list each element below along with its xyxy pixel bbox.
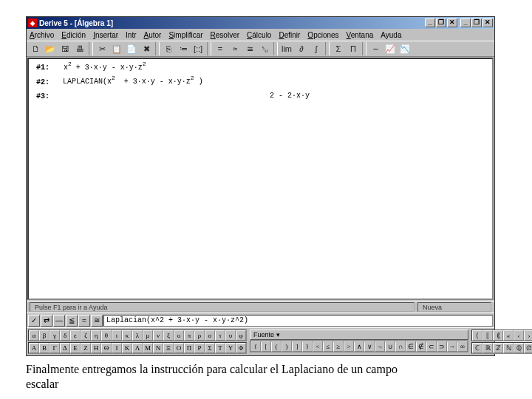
symbol-button[interactable]: ∧: [354, 341, 364, 352]
toolbar-button[interactable]: 📉: [398, 42, 412, 55]
symbol-button[interactable]: Β: [39, 343, 50, 353]
symbol-button[interactable]: <: [313, 341, 323, 352]
symbol-button[interactable]: γ: [50, 330, 60, 341]
symbol-button[interactable]: Ο: [174, 343, 184, 353]
expression-3[interactable]: #3: 2 - 2·x·y: [36, 92, 485, 100]
input-mode-button[interactable]: ✓: [28, 315, 40, 327]
toolbar-button[interactable]: ∼: [368, 42, 383, 55]
toolbar-button[interactable]: lim: [279, 42, 294, 55]
expression-2[interactable]: #2: LAPLACIAN(x2 + 3·x·y - x·y·z2 ): [36, 78, 485, 86]
symbol-button[interactable]: Θ: [101, 343, 112, 353]
doc-minimize-button[interactable]: _: [425, 18, 435, 27]
symbol-button[interactable]: ›: [524, 330, 532, 341]
symbol-button[interactable]: Ξ: [163, 343, 174, 353]
symbol-button[interactable]: ): [282, 341, 292, 352]
menu-item[interactable]: Ayuda: [381, 31, 401, 39]
symbol-button[interactable]: θ: [101, 330, 112, 341]
toolbar-button[interactable]: 📂: [43, 42, 58, 55]
symbol-button[interactable]: ¬: [375, 341, 385, 352]
menu-item[interactable]: Cálculo: [247, 31, 271, 39]
symbol-button[interactable]: Ρ: [194, 343, 205, 353]
symbol-button[interactable]: τ: [215, 330, 225, 341]
symbol-button[interactable]: Φ: [236, 343, 246, 353]
symbol-button[interactable]: κ: [122, 330, 132, 341]
symbol-button[interactable]: υ: [225, 330, 236, 341]
symbol-button[interactable]: Π: [184, 343, 194, 353]
toolbar-button[interactable]: ∂: [294, 42, 309, 55]
toolbar-button[interactable]: 🖶: [72, 42, 87, 55]
symbol-button[interactable]: α: [29, 330, 39, 341]
symbol-button[interactable]: ∉: [416, 341, 426, 352]
symbol-button[interactable]: ℕ: [503, 343, 514, 353]
toolbar-button[interactable]: ˢᵤ: [257, 42, 272, 55]
toolbar-button[interactable]: ✂: [95, 42, 109, 55]
symbol-button[interactable]: →: [447, 341, 457, 352]
menu-item[interactable]: Archivo: [30, 31, 54, 39]
menu-item[interactable]: Ventana: [347, 31, 374, 39]
symbol-button[interactable]: ⟪: [493, 330, 503, 341]
toolbar-button[interactable]: 🗋: [28, 42, 43, 55]
input-mode-button[interactable]: ≦: [66, 315, 78, 327]
doc-close-button[interactable]: ✕: [447, 18, 457, 27]
toolbar-button[interactable]: 📄: [124, 42, 139, 55]
toolbar-button[interactable]: 🖫: [58, 42, 72, 55]
symbol-button[interactable]: Ζ: [81, 343, 91, 353]
input-mode-button[interactable]: —: [53, 315, 65, 327]
symbol-button[interactable]: Η: [91, 343, 101, 353]
symbol-button[interactable]: Σ: [205, 343, 215, 353]
symbol-button[interactable]: }: [302, 341, 313, 352]
menu-item[interactable]: Simplificar: [168, 31, 202, 39]
symbol-button[interactable]: ∪: [385, 341, 395, 352]
symbol-button[interactable]: [: [261, 341, 271, 352]
symbol-button[interactable]: Δ: [60, 343, 70, 353]
symbol-button[interactable]: ℤ: [493, 343, 503, 353]
symbol-button[interactable]: λ: [132, 330, 143, 341]
symbol-button[interactable]: Ε: [70, 343, 81, 353]
toolbar-button[interactable]: [::]: [191, 42, 205, 55]
app-close-button[interactable]: ✕: [482, 18, 493, 27]
toolbar-button[interactable]: Σ: [331, 42, 346, 55]
menu-item[interactable]: Autor: [144, 31, 162, 39]
symbol-button[interactable]: Μ: [143, 343, 153, 353]
toolbar-button[interactable]: ✖: [139, 42, 154, 55]
symbol-button[interactable]: ℝ: [482, 343, 493, 353]
menu-item[interactable]: Resolver: [211, 31, 239, 39]
menu-item[interactable]: Edición: [61, 31, 86, 39]
toolbar-button[interactable]: 📈: [383, 42, 398, 55]
symbol-button[interactable]: ⟨: [472, 330, 482, 341]
toolbar-button[interactable]: ≅: [242, 42, 257, 55]
symbol-button[interactable]: π: [184, 330, 194, 341]
symbol-button[interactable]: Τ: [215, 343, 225, 353]
symbol-button[interactable]: ℂ: [472, 343, 482, 353]
input-mode-button[interactable]: ⇄: [41, 315, 52, 327]
symbol-button[interactable]: ⊃: [437, 341, 447, 352]
symbol-button[interactable]: ζ: [81, 330, 91, 341]
symbol-button[interactable]: ∞: [457, 341, 468, 352]
symbol-button[interactable]: ∈: [406, 341, 416, 352]
symbol-button[interactable]: φ: [236, 330, 246, 341]
symbol-button[interactable]: {: [250, 341, 261, 352]
symbol-button[interactable]: ε: [70, 330, 81, 341]
symbol-button[interactable]: ∩: [395, 341, 406, 352]
toolbar-button[interactable]: ≈: [228, 42, 242, 55]
app-minimize-button[interactable]: _: [460, 18, 471, 27]
command-input[interactable]: [103, 315, 493, 327]
symbol-button[interactable]: μ: [143, 330, 153, 341]
toolbar-button[interactable]: 📋: [109, 42, 124, 55]
doc-restore-button[interactable]: ❐: [436, 18, 446, 27]
toolbar-button[interactable]: Π: [346, 42, 361, 55]
toolbar-button[interactable]: =: [213, 42, 228, 55]
symbol-button[interactable]: σ: [205, 330, 215, 341]
toolbar-button[interactable]: ≔: [176, 42, 191, 55]
symbol-button[interactable]: β: [39, 330, 50, 341]
symbol-button[interactable]: η: [91, 330, 101, 341]
symbol-button[interactable]: ‹: [514, 330, 524, 341]
symbol-button[interactable]: Κ: [122, 343, 132, 353]
expression-1[interactable]: #1: x2x + 3·x·y - x·y·z + 3·x·y - x·y·z2: [36, 64, 485, 72]
symbol-button[interactable]: Ι: [112, 343, 122, 353]
font-dropdown[interactable]: Fuente ▾: [250, 330, 468, 340]
app-maximize-button[interactable]: ❐: [471, 18, 482, 27]
symbol-button[interactable]: ≤: [323, 341, 333, 352]
menu-item[interactable]: Definir: [279, 31, 300, 39]
input-mode-button[interactable]: ≅: [91, 315, 103, 327]
